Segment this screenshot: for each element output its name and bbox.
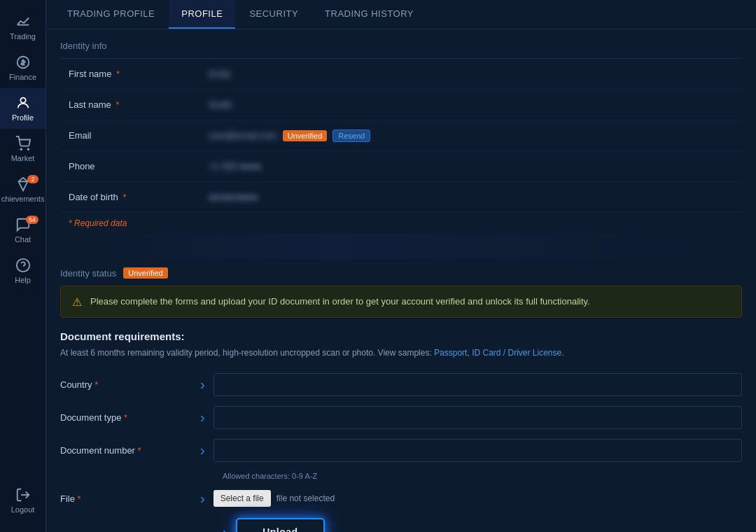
file-row: File * › Select a file file not selected xyxy=(60,490,742,507)
identity-status-label: Identity status xyxy=(60,268,116,279)
tab-security[interactable]: SECURITY xyxy=(237,0,311,29)
logout-icon xyxy=(15,487,31,503)
sidebar-label-chat: Chat xyxy=(15,235,31,244)
main-content: TRADING PROFILE PROFILE SECURITY TRADING… xyxy=(46,0,756,532)
doc-title: Document requirements: xyxy=(60,330,742,342)
country-label: Country * xyxy=(60,379,200,390)
sidebar-item-help[interactable]: Help xyxy=(0,251,46,291)
identity-status-badge: Unverified xyxy=(123,267,168,279)
warning-box: ⚠ Please complete the forms and upload y… xyxy=(60,286,742,318)
doc-type-input[interactable] xyxy=(214,406,742,429)
help-icon xyxy=(15,258,31,273)
doc-subtitle: At least 6 months remaining validity per… xyxy=(60,346,742,359)
dob-value: ●●/●●/●●●● xyxy=(209,192,734,202)
email-value: user@email.com Unverified Resend xyxy=(209,130,734,142)
dollar-icon xyxy=(15,55,31,70)
sidebar-label-finance: Finance xyxy=(9,73,36,81)
blurred-banner xyxy=(60,234,742,259)
phone-label: Phone xyxy=(69,161,209,172)
email-row: Email user@email.com Unverified Resend xyxy=(60,120,742,151)
unverified-badge: Unverified xyxy=(283,130,328,141)
email-label: Email xyxy=(69,130,209,141)
cart-icon xyxy=(15,136,31,151)
doc-number-label: Document number * xyxy=(60,445,200,456)
sidebar-label-market: Market xyxy=(11,154,35,162)
select-file-button[interactable]: Select a file xyxy=(214,490,271,507)
doc-number-hint: Allowed characters: 0-9 A-Z xyxy=(223,472,742,480)
first-name-row: First name * Emily xyxy=(60,59,742,90)
sidebar-item-profile[interactable]: Profile xyxy=(0,88,46,129)
achievements-badge: 2 xyxy=(27,175,38,183)
chat-badge: 54 xyxy=(26,216,38,224)
file-arrow-icon: › xyxy=(200,491,205,507)
first-name-label: First name * xyxy=(69,69,209,79)
svg-marker-6 xyxy=(18,178,27,190)
chart-icon xyxy=(15,14,31,29)
last-name-value: Smith xyxy=(209,99,734,110)
sidebar-item-chat[interactable]: 54 Chat xyxy=(0,210,46,251)
sidebar: Trading Finance Profile Market 2 chievem… xyxy=(0,0,46,532)
tab-profile[interactable]: PROFILE xyxy=(169,0,235,29)
resend-button[interactable]: Resend xyxy=(332,130,370,142)
svg-point-5 xyxy=(27,148,29,150)
doc-number-row: Document number * › xyxy=(60,439,742,462)
tab-trading-profile[interactable]: TRADING PROFILE xyxy=(55,0,167,29)
upload-arrow-icon: › xyxy=(223,524,227,532)
svg-point-4 xyxy=(20,148,22,150)
sidebar-label-achievements: chievements xyxy=(1,195,45,203)
tab-bar: TRADING PROFILE PROFILE SECURITY TRADING… xyxy=(46,0,756,29)
identity-form: First name * Emily Last name * Smith Ema… xyxy=(60,59,742,213)
sidebar-item-finance[interactable]: Finance xyxy=(0,48,46,88)
doc-type-row: Document type * › xyxy=(60,406,742,429)
phone-row: Phone +1 555 ●●●● xyxy=(60,151,742,182)
sidebar-item-logout[interactable]: Logout xyxy=(0,480,46,521)
upload-button[interactable]: Upload xyxy=(236,518,324,532)
sidebar-label-help: Help xyxy=(15,276,31,284)
tab-trading-history[interactable]: TRADING HISTORY xyxy=(312,0,426,29)
sidebar-label-logout: Logout xyxy=(11,505,35,514)
document-requirements: Document requirements: At least 6 months… xyxy=(60,330,742,532)
svg-point-3 xyxy=(20,98,25,103)
link-passport[interactable]: Passport xyxy=(434,348,467,358)
doc-number-arrow-icon: › xyxy=(200,442,205,458)
country-input[interactable] xyxy=(214,373,742,396)
sidebar-item-market[interactable]: Market xyxy=(0,129,46,169)
country-row: Country * › xyxy=(60,373,742,396)
doc-number-input[interactable] xyxy=(214,439,742,462)
dob-row: Date of birth * ●●/●●/●●●● xyxy=(60,182,742,213)
dob-label: Date of birth * xyxy=(69,192,209,202)
sidebar-item-trading[interactable]: Trading xyxy=(0,7,46,48)
warning-text: Please complete the forms and upload you… xyxy=(90,295,590,309)
identity-status-row: Identity status Unverified xyxy=(60,259,742,286)
doc-type-arrow-icon: › xyxy=(200,410,205,426)
last-name-row: Last name * Smith xyxy=(60,90,742,120)
content-area: Identity info First name * Emily Last na… xyxy=(46,29,756,532)
file-label: File * xyxy=(60,493,200,504)
sidebar-label-profile: Profile xyxy=(12,113,34,122)
file-none-text: file not selected xyxy=(276,493,335,503)
sidebar-item-achievements[interactable]: 2 chievements xyxy=(0,169,46,210)
warning-icon: ⚠ xyxy=(72,295,82,309)
doc-type-label: Document type * xyxy=(60,412,200,423)
phone-value: +1 555 ●●●● xyxy=(209,161,734,172)
country-arrow-icon: › xyxy=(200,377,205,393)
required-note: * Required data xyxy=(60,213,742,234)
user-icon xyxy=(15,95,31,111)
upload-wrapper: › Upload xyxy=(223,518,742,532)
sidebar-label-trading: Trading xyxy=(10,32,36,41)
link-id-card[interactable]: ID Card / Driver License xyxy=(472,348,561,358)
last-name-label: Last name * xyxy=(69,99,209,110)
first-name-value: Emily xyxy=(209,69,734,79)
identity-info-title: Identity info xyxy=(60,29,742,59)
